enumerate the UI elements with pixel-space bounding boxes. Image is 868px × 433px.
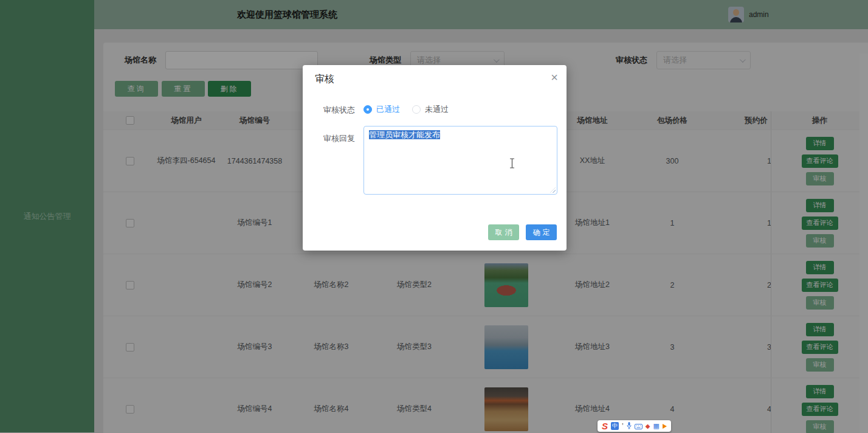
skin-tool-icon[interactable]: ◆ [646, 423, 650, 429]
sogou-logo-icon[interactable]: S [602, 421, 608, 431]
announcement-horn-icon[interactable] [663, 424, 667, 429]
cancel-button[interactable]: 取消 [488, 224, 519, 240]
close-icon[interactable]: × [551, 69, 558, 86]
radio-unselected-icon [412, 105, 421, 114]
radio-passed[interactable]: 已通过 [363, 104, 400, 115]
radio-passed-label: 已通过 [376, 104, 400, 115]
radio-failed[interactable]: 未通过 [412, 104, 449, 115]
chinese-mode-icon[interactable]: 中 [611, 422, 619, 430]
punctuation-icon[interactable]: ’ [622, 423, 624, 430]
ime-toolbar[interactable]: S 中 ’ ◆ ▦ [598, 420, 671, 432]
selected-text: 管理员审核才能发布 [369, 130, 440, 139]
confirm-button[interactable]: 确定 [526, 224, 557, 240]
toolbox-grid-icon[interactable]: ▦ [653, 423, 659, 429]
keyboard-icon[interactable] [635, 421, 642, 432]
audit-modal: 审核 × 审核状态 已通过 未通过 审核回复 管理员审核才能发布 取消 确定 [303, 65, 567, 251]
modal-title: 审核 [315, 73, 334, 86]
modal-status-label: 审核状态 [323, 105, 355, 116]
radio-failed-label: 未通过 [425, 104, 449, 115]
microphone-icon[interactable] [627, 421, 632, 432]
audit-reply-textarea[interactable]: 管理员审核才能发布 [363, 126, 557, 195]
modal-reply-label: 审核回复 [323, 133, 355, 144]
text-cursor-icon [509, 158, 515, 171]
textarea-resize-handle[interactable] [550, 187, 556, 193]
radio-selected-icon [363, 105, 372, 114]
